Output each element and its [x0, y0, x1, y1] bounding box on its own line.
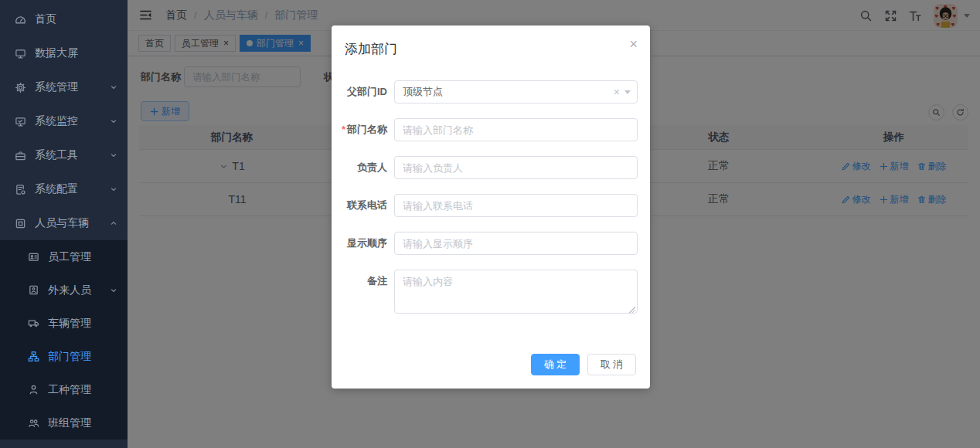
gear-icon: [15, 82, 26, 93]
sidebar-item-dept-mgmt[interactable]: 部门管理: [0, 340, 128, 373]
sidebar-item-system-tools[interactable]: 系统工具: [0, 138, 128, 172]
select-caret-icon[interactable]: [624, 90, 631, 97]
dept-form: 父部门ID 顶级节点 × *部门名称 负责人 联系电话 显示顺序 备注: [332, 80, 650, 331]
textarea-resize-handle[interactable]: [628, 306, 635, 313]
sidebar-item-label: 工种管理: [48, 383, 118, 397]
sidebar-item-label: 员工管理: [48, 250, 118, 264]
dialog-title: 添加部门: [345, 40, 397, 58]
toolbox-icon: [15, 150, 26, 161]
form-row-name: *部门名称: [332, 118, 650, 141]
worker-icon: [28, 384, 39, 395]
chevron-down-icon: [109, 83, 118, 92]
people-vehicle-icon: [15, 218, 26, 229]
sidebar-item-label: 首页: [35, 12, 118, 26]
add-dept-dialog: 添加部门 × 父部门ID 顶级节点 × *部门名称 负责人 联系电话 显示顺序: [332, 25, 650, 389]
display-order-label: 显示顺序: [332, 232, 387, 255]
chevron-down-icon: [109, 151, 118, 160]
sidebar-item-label: 外来人员: [48, 283, 109, 297]
org-tree-icon: [28, 351, 39, 362]
parent-dept-label: 父部门ID: [332, 80, 387, 104]
sidebar-item-system-config[interactable]: 系统配置: [0, 172, 128, 206]
visitor-icon: [28, 284, 39, 296]
sidebar-item-label: 系统工具: [35, 148, 109, 162]
sidebar-item-system-monitor[interactable]: 系统监控: [0, 104, 128, 138]
cancel-button[interactable]: 取消: [587, 354, 636, 375]
form-row-leader: 负责人: [332, 156, 650, 179]
sidebar-item-datascreen[interactable]: 数据大屏: [0, 36, 128, 70]
form-row-remark: 备注: [332, 270, 650, 317]
chevron-up-icon: [109, 219, 118, 228]
id-card-icon: [28, 251, 39, 263]
phone-input[interactable]: [394, 194, 638, 217]
sidebar-item-employee-mgmt[interactable]: 员工管理: [0, 240, 128, 273]
sidebar-item-vehicle-mgmt[interactable]: 车辆管理: [0, 307, 128, 340]
leader-input[interactable]: [394, 156, 638, 179]
dept-name-input[interactable]: [394, 118, 638, 141]
truck-icon: [28, 317, 39, 329]
remark-label: 备注: [332, 270, 387, 293]
dashboard-icon: [15, 14, 26, 25]
sidebar-item-jobtype-mgmt[interactable]: 工种管理: [0, 373, 128, 406]
sidebar-item-system-mgmt[interactable]: 系统管理: [0, 70, 128, 104]
sidebar-item-label: 部门管理: [48, 350, 118, 364]
form-row-phone: 联系电话: [332, 194, 650, 217]
sidebar-item-label: 系统管理: [35, 80, 109, 94]
sidebar-item-label: 人员与车辆: [35, 216, 109, 230]
sidebar-item-label: 车辆管理: [48, 317, 118, 331]
parent-dept-select[interactable]: 顶级节点 ×: [394, 80, 638, 104]
chevron-down-icon: [109, 286, 118, 295]
display-order-input[interactable]: [394, 232, 638, 255]
screen-icon: [15, 48, 26, 59]
chevron-down-icon: [109, 185, 118, 194]
dept-name-label-text: 部门名称: [347, 124, 387, 135]
monitor-icon: [15, 116, 26, 127]
confirm-button[interactable]: 确定: [531, 354, 580, 375]
dialog-close-icon[interactable]: ×: [629, 37, 638, 51]
sidebar-item-label: 数据大屏: [35, 46, 118, 60]
team-icon: [28, 417, 39, 429]
form-row-order: 显示顺序: [332, 232, 650, 255]
phone-label: 联系电话: [332, 194, 387, 217]
sidebar-item-label: 系统配置: [35, 182, 109, 196]
config-icon: [15, 184, 26, 195]
sidebar-submenu-people-vehicles: 员工管理 外来人员 车辆管理 部门管理 工种管理 班组管理: [0, 240, 128, 440]
sidebar-item-label: 班组管理: [48, 416, 118, 430]
required-mark: *: [342, 124, 345, 135]
sidebar: 首页 数据大屏 系统管理 系统监控 系统工具 系统配置 人员与车辆: [0, 0, 128, 448]
sidebar-item-people-vehicles[interactable]: 人员与车辆: [0, 206, 128, 240]
dept-name-label: *部门名称: [332, 118, 387, 141]
dialog-footer: 确定 取消: [531, 354, 636, 375]
sidebar-item-team-mgmt[interactable]: 班组管理: [0, 406, 128, 440]
parent-dept-value: 顶级节点: [403, 85, 614, 99]
chevron-down-icon: [109, 117, 118, 126]
leader-label: 负责人: [332, 156, 387, 179]
form-row-parent: 父部门ID 顶级节点 ×: [332, 80, 650, 104]
sidebar-item-label: 系统监控: [35, 114, 109, 128]
sidebar-item-visitor-mgmt[interactable]: 外来人员: [0, 273, 128, 307]
select-clear-icon[interactable]: ×: [614, 86, 620, 98]
sidebar-item-home[interactable]: 首页: [0, 2, 128, 36]
remark-textarea[interactable]: [394, 270, 638, 314]
